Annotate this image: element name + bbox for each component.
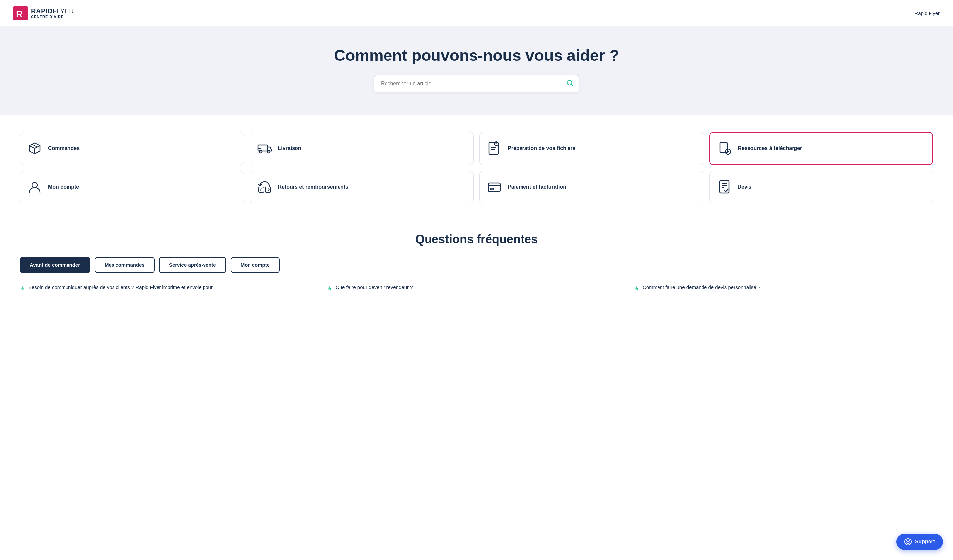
faq-item-1[interactable]: ★ Besoin de communiquer auprès de vos cl…: [20, 284, 319, 293]
resources-icon: [717, 141, 733, 156]
faq-items: ★ Besoin de communiquer auprès de vos cl…: [20, 284, 933, 293]
box-icon: [27, 141, 43, 156]
returns-icon: [257, 179, 273, 195]
category-preparation[interactable]: Préparation de vos fichiers: [480, 132, 703, 165]
categories-row-2: Mon compte Retours et remboursements Pai…: [20, 171, 933, 203]
faq-title: Questions fréquentes: [20, 232, 933, 246]
svg-rect-21: [265, 187, 271, 192]
svg-point-7: [267, 150, 270, 153]
category-mon-compte-label: Mon compte: [48, 184, 79, 191]
payment-icon: [486, 179, 502, 195]
files-icon: [486, 141, 502, 156]
faq-item-1-text: Besoin de communiquer auprès de vos clie…: [28, 284, 213, 291]
category-paiement[interactable]: Paiement et facturation: [480, 171, 703, 203]
faq-section: Questions fréquentes Avant de commander …: [0, 216, 953, 306]
logo-icon: R: [13, 6, 28, 20]
faq-item-2-text: Que faire pour devenir revendeur ?: [335, 284, 413, 291]
logo-text: RAPIDFLYER CENTRE D'AIDE: [31, 8, 74, 19]
svg-rect-20: [259, 187, 264, 192]
svg-rect-22: [489, 183, 500, 192]
search-button[interactable]: [567, 80, 574, 88]
svg-rect-23: [490, 189, 494, 190]
search-input[interactable]: [374, 75, 579, 92]
category-devis-label: Devis: [737, 184, 752, 191]
star-icon-2: ★: [327, 284, 332, 293]
header: R RAPIDFLYER CENTRE D'AIDE Rapid Flyer: [0, 0, 953, 26]
tab-avant-de-commander[interactable]: Avant de commander: [20, 257, 90, 273]
faq-tabs: Avant de commander Mes commandes Service…: [20, 257, 933, 273]
faq-item-3-text: Comment faire une demande de devis perso…: [643, 284, 761, 291]
account-icon: [27, 179, 43, 195]
logo[interactable]: R RAPIDFLYER CENTRE D'AIDE: [13, 6, 74, 20]
svg-point-19: [32, 183, 37, 188]
tab-mon-compte[interactable]: Mon compte: [231, 257, 279, 273]
star-icon-3: ★: [634, 284, 639, 293]
nav-link[interactable]: Rapid Flyer: [914, 10, 940, 16]
category-retours[interactable]: Retours et remboursements: [250, 171, 474, 203]
category-commandes[interactable]: Commandes: [20, 132, 244, 165]
category-ressources-label: Ressources à télécharger: [738, 145, 802, 152]
categories-section: Commandes Livraison Pr: [0, 115, 953, 216]
quote-icon: [716, 179, 732, 195]
category-retours-label: Retours et remboursements: [278, 184, 348, 191]
logo-sub: CENTRE D'AIDE: [31, 15, 74, 19]
svg-rect-10: [489, 142, 498, 155]
category-mon-compte[interactable]: Mon compte: [20, 171, 244, 203]
svg-rect-24: [720, 181, 729, 193]
delivery-icon: [257, 141, 273, 156]
logo-brand: RAPIDFLYER: [31, 8, 74, 14]
category-devis[interactable]: Devis: [709, 171, 933, 203]
svg-text:R: R: [16, 9, 23, 19]
category-commandes-label: Commandes: [48, 145, 80, 152]
tab-mes-commandes[interactable]: Mes commandes: [95, 257, 155, 273]
category-livraison[interactable]: Livraison: [250, 132, 474, 165]
search-container: [374, 75, 579, 92]
hero-section: Comment pouvons-nous vous aider ?: [0, 26, 953, 115]
star-icon-1: ★: [20, 284, 25, 293]
category-livraison-label: Livraison: [278, 145, 301, 152]
category-paiement-label: Paiement et facturation: [508, 184, 566, 191]
faq-item-3[interactable]: ★ Comment faire une demande de devis per…: [634, 284, 933, 293]
svg-point-6: [259, 150, 262, 153]
tab-service-apres-vente[interactable]: Service après-vente: [159, 257, 226, 273]
search-icon: [567, 80, 574, 87]
category-preparation-label: Préparation de vos fichiers: [508, 145, 576, 152]
categories-row-1: Commandes Livraison Pr: [20, 132, 933, 165]
category-ressources[interactable]: Ressources à télécharger: [709, 132, 933, 165]
faq-item-2[interactable]: ★ Que faire pour devenir revendeur ?: [327, 284, 626, 293]
svg-line-3: [571, 84, 573, 86]
hero-title: Comment pouvons-nous vous aider ?: [13, 46, 940, 65]
